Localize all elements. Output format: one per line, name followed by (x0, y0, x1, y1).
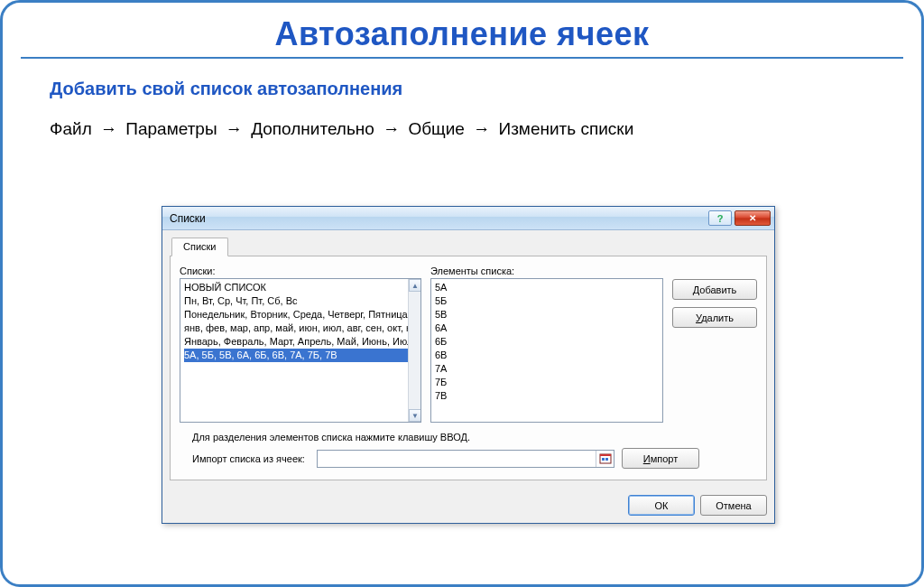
dialog-titlebar[interactable]: Списки ? ✕ (162, 207, 774, 230)
path-step: Общие (408, 119, 464, 138)
page-title: Автозаполнение ячеек (3, 15, 921, 53)
import-label: Импорт списка из ячеек: (192, 453, 310, 464)
path-step: Дополнительно (251, 119, 374, 138)
tab-page: Списки: НОВЫЙ СПИСОКПн, Вт, Ср, Чт, Пт, … (170, 256, 767, 480)
range-picker-button[interactable] (596, 451, 614, 467)
lists-label: Списки: (180, 266, 421, 276)
cancel-button[interactable]: Отмена (700, 495, 767, 516)
arrow-icon: → (469, 119, 494, 138)
svg-rect-1 (600, 454, 611, 456)
btn-text: мпорт (651, 453, 679, 464)
subtitle: Добавить свой список автозаполнения (50, 79, 921, 99)
tab-lists[interactable]: Списки (171, 238, 228, 256)
scroll-up-icon[interactable]: ▲ (409, 279, 421, 292)
elements-label: Элементы списка: (430, 266, 663, 276)
arrow-icon: → (97, 119, 121, 138)
element-line: 6В (435, 349, 659, 362)
close-button[interactable]: ✕ (735, 210, 771, 226)
path-step: Параметры (125, 119, 217, 138)
lists-listbox[interactable]: НОВЫЙ СПИСОКПн, Вт, Ср, Чт, Пт, Сб, ВсПо… (180, 278, 421, 423)
tab-strip: Списки (170, 236, 767, 256)
ok-button[interactable]: ОК (628, 495, 695, 516)
lists-dialog: Списки ? ✕ Списки Списки: НОВЫЙ СПИСОКПн… (162, 206, 775, 524)
add-button[interactable]: Добавить (672, 279, 757, 300)
path-step: Изменить списки (498, 119, 633, 138)
help-icon: ? (717, 213, 724, 224)
import-range-input[interactable] (317, 450, 614, 468)
delete-button[interactable]: Удалить (672, 307, 757, 328)
element-line: 6А (435, 321, 659, 335)
dialog-body: Списки Списки: НОВЫЙ СПИСОКПн, Вт, Ср, Ч… (162, 230, 774, 488)
element-line: 7Б (435, 376, 659, 389)
svg-rect-2 (602, 458, 605, 461)
list-item[interactable]: Пн, Вт, Ср, Чт, Пт, Сб, Вс (184, 294, 408, 308)
element-line: 5А (435, 281, 659, 294)
list-item[interactable]: 5А, 5Б, 5В, 6А, 6Б, 6В, 7А, 7Б, 7В (184, 349, 408, 362)
title-rule (21, 57, 903, 59)
elements-textbox[interactable]: 5А5Б5В6А6Б6В7А7Б7В (430, 278, 663, 423)
arrow-icon: → (222, 119, 246, 138)
element-line: 7А (435, 362, 659, 376)
range-picker-icon (599, 453, 612, 464)
scrollbar[interactable]: ▲ ▼ (408, 279, 420, 422)
list-item[interactable]: янв, фев, мар, апр, май, июн, июл, авг, … (184, 321, 408, 335)
element-line: 5Б (435, 294, 659, 308)
scroll-down-icon[interactable]: ▼ (409, 409, 421, 422)
dialog-title: Списки (170, 212, 706, 225)
btn-text: далить (701, 312, 734, 323)
path-step: Файл (50, 119, 92, 138)
list-item[interactable]: Январь, Февраль, Март, Апрель, Май, Июнь… (184, 335, 408, 349)
btn-text: обавить (699, 284, 736, 295)
slide-frame: Автозаполнение ячеек Добавить свой списо… (0, 0, 924, 587)
hint-text: Для разделения элементов списка нажмите … (192, 432, 757, 443)
element-line: 6Б (435, 335, 659, 349)
dialog-footer: ОК Отмена (162, 488, 774, 523)
list-item[interactable]: Понедельник, Вторник, Среда, Четверг, Пя… (184, 308, 408, 321)
close-icon: ✕ (749, 213, 756, 223)
element-line: 7В (435, 389, 659, 403)
import-button[interactable]: Импорт (622, 448, 699, 469)
menu-path: Файл → Параметры → Дополнительно → Общие… (50, 119, 921, 139)
list-item[interactable]: НОВЫЙ СПИСОК (184, 281, 408, 294)
arrow-icon: → (379, 119, 403, 138)
svg-rect-3 (605, 458, 608, 461)
help-button[interactable]: ? (708, 210, 732, 226)
element-line: 5В (435, 308, 659, 321)
